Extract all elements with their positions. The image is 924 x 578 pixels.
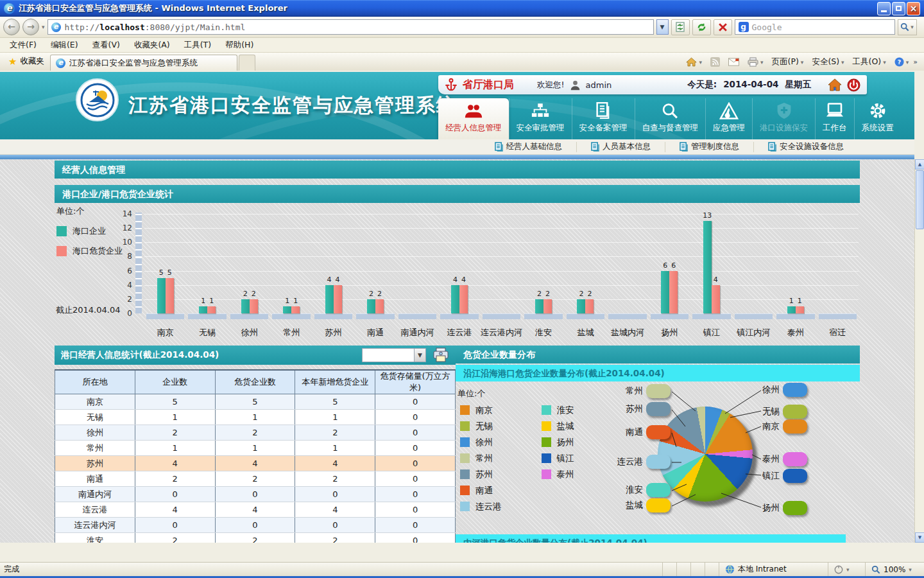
next-section-partial-title: 内河港口危货企业数量分布(截止2014.04.04) [456, 534, 846, 543]
scrollbar-thumb[interactable] [916, 170, 924, 229]
nav-item-安全审批管理[interactable]: 安全审批管理 [509, 98, 572, 139]
address-dropdown-button[interactable] [656, 19, 669, 35]
overflow-chevron-icon[interactable] [913, 58, 918, 66]
gear-icon [868, 102, 887, 119]
page-menu[interactable]: 页面(P) [768, 55, 808, 69]
pie-callout-label: 盐城 [626, 500, 643, 511]
forward-button[interactable] [22, 19, 39, 35]
subnav-item-经营人基础信息[interactable]: 经营人基础信息 [481, 142, 577, 152]
close-button[interactable] [907, 2, 920, 15]
minimize-button[interactable] [877, 2, 891, 15]
table-cell: 淮安 [55, 533, 135, 543]
nav-item-经营人信息管理[interactable]: 经营人信息管理 [438, 98, 509, 139]
bar-海口危货企业: 6 [669, 271, 678, 313]
table-row[interactable]: 徐州2220 [55, 425, 456, 441]
table-cell: 4 [215, 502, 295, 518]
pie-legend-item-徐州: 徐州 [460, 434, 502, 450]
table-row[interactable]: 淮安2220 [55, 533, 456, 543]
safety-menu[interactable]: 安全(S) [808, 55, 848, 69]
main-content: 经营人信息管理 港口企业/港口危货企业统计 单位:个 海口企业海口危货企业 截止… [0, 159, 914, 543]
bar-海口企业: 2 [535, 299, 543, 313]
feeds-button[interactable] [706, 56, 724, 68]
pie-callout-chip [646, 402, 671, 416]
home-button[interactable] [682, 56, 706, 68]
search-options-icon[interactable] [911, 24, 914, 30]
table-row[interactable]: 南通内河0000 [55, 487, 456, 502]
bar-group-盐城内河: 盐城内河 [606, 204, 648, 340]
table-cell: 1 [295, 441, 375, 456]
home-shortcut-icon[interactable] [828, 78, 842, 91]
print-table-icon[interactable] [432, 347, 449, 363]
url-text: http://localhost:8080/yjpt/Main.html [65, 22, 246, 32]
x-axis-platform [272, 313, 310, 319]
x-axis-label: 盐城内河 [606, 327, 648, 338]
x-axis-label: 扬州 [649, 327, 690, 338]
people-icon [464, 102, 483, 119]
mail-icon [728, 58, 739, 66]
help-menu[interactable]: ? [891, 56, 913, 68]
search-input[interactable]: Google [735, 19, 895, 35]
history-dropdown-icon[interactable] [42, 24, 45, 30]
table-row[interactable]: 南京5550 [55, 394, 456, 410]
menu-item-收藏夹(A)[interactable]: 收藏夹(A) [127, 38, 177, 53]
bar-group-无锡: 11无锡 [186, 204, 228, 340]
subnav-item-人员基本信息[interactable]: 人员基本信息 [576, 142, 665, 152]
port-logo-icon [80, 83, 115, 118]
scroll-down-icon[interactable] [915, 532, 924, 543]
menu-item-帮助(H)[interactable]: 帮助(H) [218, 38, 261, 53]
stop-icon [718, 22, 728, 32]
mail-button[interactable] [724, 57, 743, 67]
pie-callout-chip [783, 419, 807, 434]
table-cell: 0 [215, 487, 295, 502]
stop-button[interactable] [714, 19, 732, 35]
browser-tab[interactable]: 江苏省港口安全监管与应急管理系统 [50, 55, 237, 71]
menu-item-编辑(E)[interactable]: 编辑(E) [44, 38, 85, 53]
address-input[interactable]: http://localhost:8080/yjpt/Main.html [47, 19, 654, 35]
nav-item-应急管理[interactable]: 应急管理 [705, 98, 752, 139]
tools-menu[interactable]: 工具(O) [849, 55, 890, 69]
pie-legend-item-连云港: 连云港 [460, 498, 502, 514]
menu-item-工具(T)[interactable]: 工具(T) [177, 38, 218, 53]
nav-item-工作台[interactable]: 工作台 [815, 98, 854, 139]
x-axis-platform [146, 313, 184, 319]
menu-item-查看(V)[interactable]: 查看(V) [85, 38, 127, 53]
zoom-control[interactable]: 100% [865, 563, 920, 576]
table-row[interactable]: 连云港4440 [55, 502, 456, 518]
legend-swatch [56, 226, 67, 236]
table-row[interactable]: 连云港内河0000 [55, 518, 456, 533]
protected-mode-cell[interactable] [828, 563, 865, 576]
table-row[interactable]: 常州1110 [55, 441, 456, 456]
search-button[interactable] [898, 19, 917, 35]
new-tab-button[interactable] [239, 55, 255, 71]
scroll-up-icon[interactable] [915, 159, 924, 170]
vertical-scrollbar[interactable] [914, 159, 924, 543]
compatibility-view-button[interactable] [671, 19, 690, 35]
subnav-item-管理制度信息[interactable]: 管理制度信息 [665, 142, 753, 152]
bar-海口企业: 1 [787, 306, 796, 313]
table-row[interactable]: 苏州4440 [55, 456, 456, 471]
refresh-button[interactable] [692, 19, 711, 35]
table-cell: 1 [215, 410, 295, 425]
subnav-item-安全设施设备信息[interactable]: 安全设施设备信息 [753, 142, 858, 152]
print-button[interactable] [744, 56, 767, 68]
back-button[interactable] [3, 19, 20, 35]
table-row[interactable]: 南通2220 [55, 471, 456, 487]
nav-item-港口设施保安[interactable]: 港口设施保安 [752, 98, 815, 139]
nav-item-label: 工作台 [823, 123, 847, 134]
y-tick-label: 14 [123, 209, 132, 219]
pie-legend-label: 南通 [475, 485, 493, 496]
nav-item-安全备案管理[interactable]: 安全备案管理 [572, 98, 635, 139]
x-axis-label: 徐州 [228, 327, 270, 338]
nav-item-系统设置[interactable]: 系统设置 [854, 98, 901, 139]
region-filter-select[interactable] [362, 348, 426, 362]
restore-button[interactable] [892, 2, 905, 15]
logout-power-icon[interactable] [847, 78, 860, 92]
bar-group-泰州: 11泰州 [774, 204, 816, 340]
table-row[interactable]: 无锡1110 [55, 410, 456, 425]
search-placeholder: Google [752, 22, 782, 32]
menu-item-文件(F)[interactable]: 文件(F) [3, 38, 44, 53]
favorites-button[interactable]: 收藏夹 [3, 53, 50, 71]
nav-item-自查与督查管理[interactable]: 自查与督查管理 [635, 98, 706, 139]
select-dropdown-icon[interactable] [414, 349, 425, 362]
pie-callout-label: 扬州 [762, 502, 780, 514]
